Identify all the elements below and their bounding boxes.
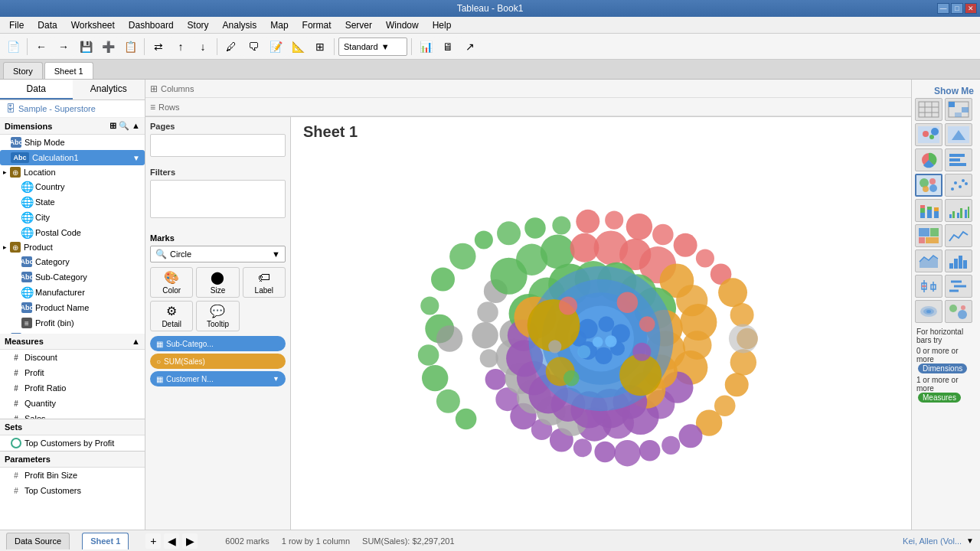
minimize-button[interactable]: —: [937, 3, 949, 14]
chart-filled-map[interactable]: [945, 123, 972, 146]
toolbar-chart[interactable]: 📊: [416, 37, 436, 57]
analytics-panel-tab[interactable]: Analytics: [73, 80, 145, 99]
user-dropdown[interactable]: ▼: [966, 536, 974, 545]
field-city[interactable]: 🌐 City: [0, 210, 145, 225]
marks-color-btn[interactable]: 🎨 Color: [150, 267, 193, 298]
data-source-tab[interactable]: Data Source: [6, 533, 70, 549]
toolbar-sort-desc[interactable]: ↓: [193, 37, 213, 57]
menu-map[interactable]: Map: [264, 18, 294, 32]
chart-treemap[interactable]: [915, 224, 942, 247]
toolbar-group[interactable]: ⊞: [310, 37, 330, 57]
chart-box-whisker[interactable]: [915, 275, 942, 298]
menu-format[interactable]: Format: [296, 18, 338, 32]
marks-type-dropdown[interactable]: 🔍 Circle ▼: [150, 246, 286, 262]
measure-profit[interactable]: # Profit: [0, 365, 145, 380]
chart-pie[interactable]: [915, 148, 942, 171]
mark-pill-sum-sales[interactable]: ○ SUM(Sales): [150, 354, 286, 369]
measures-arrow-up-icon[interactable]: ▲: [132, 337, 140, 346]
toolbar-back[interactable]: ←: [31, 37, 51, 57]
next-sheet-btn[interactable]: ▶: [182, 533, 198, 549]
marks-size-btn[interactable]: ⬤ Size: [196, 267, 239, 298]
menu-server[interactable]: Server: [339, 18, 378, 32]
menu-window[interactable]: Window: [380, 18, 425, 32]
tab-story[interactable]: Story: [3, 62, 43, 79]
chart-text-table[interactable]: [915, 98, 942, 121]
field-calculation1[interactable]: Abc Calculation1 ▼: [0, 150, 145, 165]
tab-sheet1[interactable]: Sheet 1: [44, 62, 93, 79]
toolbar-fix-axes[interactable]: 📐: [288, 37, 308, 57]
field-sub-category[interactable]: Abc Sub-Category: [0, 269, 145, 285]
chart-highlight-table[interactable]: [945, 98, 972, 121]
measure-discount[interactable]: # Discount: [0, 350, 145, 365]
chart-histogram[interactable]: [945, 249, 972, 272]
menu-dashboard[interactable]: Dashboard: [122, 18, 180, 32]
toolbar-sort-asc[interactable]: ↑: [171, 37, 191, 57]
chart-stacked-bars[interactable]: [915, 199, 942, 222]
pages-box[interactable]: [150, 134, 286, 157]
dimensions-arrow-up-icon[interactable]: ▲: [132, 121, 140, 131]
toolbar-new[interactable]: 📄: [3, 37, 23, 57]
menu-file[interactable]: File: [3, 18, 30, 32]
data-panel-tab[interactable]: Data: [0, 80, 73, 99]
toolbar-save[interactable]: 💾: [76, 37, 96, 57]
dimensions-grid-icon[interactable]: ⊞: [109, 121, 116, 131]
menu-worksheet[interactable]: Worksheet: [65, 18, 121, 32]
add-sheet-btn[interactable]: +: [145, 533, 161, 549]
field-category[interactable]: Abc Category: [0, 254, 145, 269]
parameters-header[interactable]: Parameters: [0, 452, 145, 468]
mark-pill-customer-name[interactable]: ▦ Customer N... ▼: [150, 371, 286, 386]
chart-symbol-map[interactable]: [915, 123, 942, 146]
toolbar-highlight[interactable]: 🖊: [221, 37, 241, 57]
menu-story[interactable]: Story: [181, 18, 215, 32]
toolbar-duplicate[interactable]: 📋: [120, 37, 140, 57]
sheet1-status-tab[interactable]: Sheet 1: [82, 533, 129, 549]
close-button[interactable]: ✕: [965, 3, 977, 14]
marks-label-btn[interactable]: 🏷 Label: [243, 267, 286, 298]
marks-detail-btn[interactable]: ⚙ Detail: [150, 301, 193, 331]
field-country[interactable]: 🌐 Country: [0, 179, 145, 194]
data-source-label[interactable]: 🗄 Sample - Superstore: [0, 100, 145, 118]
toolbar-tooltip[interactable]: 🗨: [243, 37, 263, 57]
prev-sheet-btn[interactable]: ◀: [164, 533, 179, 549]
field-state[interactable]: 🌐 State: [0, 194, 145, 210]
chart-packed-bubbles[interactable]: [915, 174, 942, 197]
mark-pill-sub-category[interactable]: ▦ Sub-Catego...: [150, 336, 286, 351]
field-product-name[interactable]: Abc Product Name: [0, 300, 145, 315]
measure-sales[interactable]: # Sales: [0, 411, 145, 419]
chart-horiz-bars[interactable]: [945, 148, 972, 171]
toolbar-monitor[interactable]: 🖥: [438, 37, 458, 57]
marks-tooltip-btn[interactable]: 💬 Tooltip: [196, 301, 239, 331]
packed-bubbles-chart[interactable]: [291, 148, 911, 530]
menu-analysis[interactable]: Analysis: [217, 18, 263, 32]
chart-side-bars[interactable]: [945, 199, 972, 222]
chart-density[interactable]: [915, 300, 942, 323]
calculation1-dropdown-arrow[interactable]: ▼: [132, 154, 140, 162]
field-ship-mode[interactable]: Abc Ship Mode: [0, 135, 145, 150]
toolbar-swap[interactable]: ⇄: [149, 37, 168, 57]
toolbar-forward[interactable]: →: [54, 37, 74, 57]
toolbar-annotate[interactable]: 📝: [266, 37, 286, 57]
chart-gantt[interactable]: [945, 275, 972, 298]
measure-profit-ratio[interactable]: # Profit Ratio: [0, 380, 145, 396]
sets-header[interactable]: Sets: [0, 419, 145, 435]
menu-data[interactable]: Data: [31, 18, 63, 32]
toolbar-add-sheet[interactable]: ➕: [98, 37, 118, 57]
group-location[interactable]: ▸ ⊕ Location: [0, 165, 145, 179]
field-profit-bin[interactable]: ≡ Profit (bin): [0, 315, 145, 331]
chart-scatter[interactable]: [945, 174, 972, 197]
view-dropdown[interactable]: Standard ▼: [338, 37, 407, 56]
toolbar-share[interactable]: ↗: [460, 37, 480, 57]
menu-help[interactable]: Help: [426, 18, 458, 32]
field-manufacturer[interactable]: 🌐 Manufacturer: [0, 285, 145, 300]
field-postal-code[interactable]: 🌐 Postal Code: [0, 225, 145, 240]
chart-area[interactable]: [915, 249, 942, 272]
param-profit-bin-size[interactable]: # Profit Bin Size: [0, 468, 145, 483]
dimensions-search-icon[interactable]: 🔍: [119, 121, 129, 131]
maximize-button[interactable]: □: [951, 3, 963, 14]
chart-line[interactable]: [945, 224, 972, 247]
group-product[interactable]: ▸ ⊕ Product: [0, 240, 145, 254]
measure-quantity[interactable]: # Quantity: [0, 396, 145, 411]
filters-box[interactable]: [150, 180, 286, 218]
chart-bubble[interactable]: [945, 300, 972, 323]
param-top-customers[interactable]: # Top Customers: [0, 483, 145, 498]
